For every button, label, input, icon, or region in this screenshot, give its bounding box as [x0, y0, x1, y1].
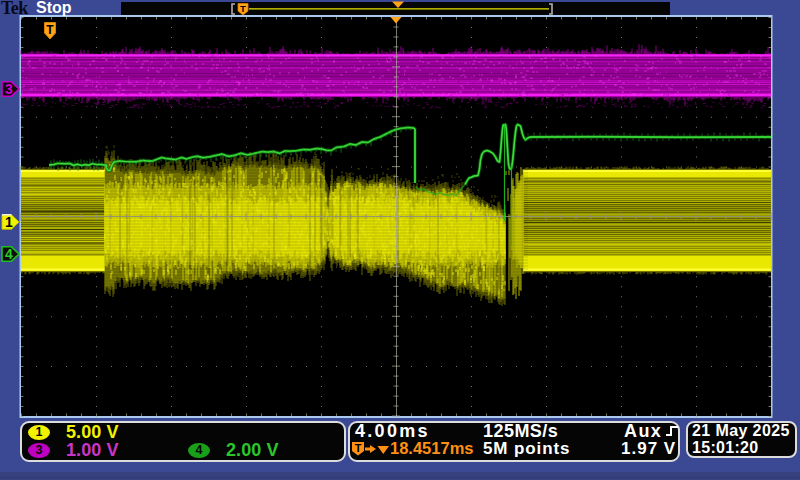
svg-text:4: 4	[5, 246, 13, 262]
svg-text:1: 1	[5, 214, 13, 230]
svg-text:3: 3	[5, 81, 13, 97]
svg-text:T: T	[46, 23, 54, 37]
svg-text:T: T	[355, 442, 362, 454]
svg-text:T: T	[240, 3, 246, 14]
